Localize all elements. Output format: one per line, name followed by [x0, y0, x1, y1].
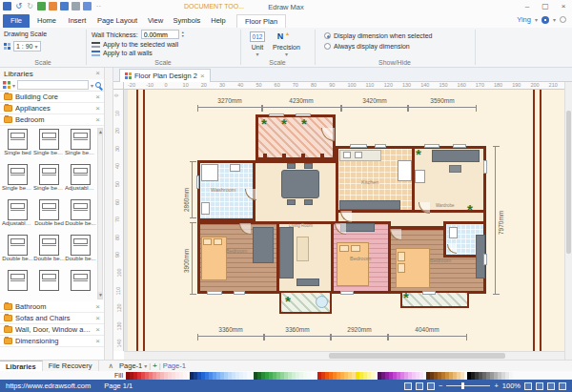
- window-shape[interactable]: [269, 113, 284, 116]
- horizontal-scrollbar[interactable]: [124, 351, 564, 360]
- stove[interactable]: [398, 160, 412, 181]
- dimension-label[interactable]: 3590mm: [426, 97, 459, 104]
- dimension-label[interactable]: 3360mm: [281, 326, 314, 333]
- palette-swatch[interactable]: [311, 372, 315, 380]
- vertical-scrollbar[interactable]: [564, 82, 572, 360]
- library-shape[interactable]: Single bed 3: [65, 128, 96, 163]
- desk-chair[interactable]: [449, 165, 461, 173]
- dimension-line[interactable]: [495, 146, 496, 295]
- library-shape[interactable]: [33, 269, 65, 301]
- tab-libraries[interactable]: Libraries: [0, 361, 43, 372]
- minimize-button[interactable]: –: [522, 2, 532, 10]
- chair[interactable]: [287, 199, 296, 205]
- close-icon[interactable]: ×: [200, 72, 205, 80]
- close-icon[interactable]: ×: [95, 315, 100, 322]
- library-shape[interactable]: Single bed: [2, 128, 33, 163]
- overview-icon[interactable]: [536, 382, 543, 390]
- shape-grid-scrollbar[interactable]: ▲▼: [97, 128, 103, 299]
- close-icon[interactable]: ×: [95, 70, 100, 77]
- collapse-icon[interactable]: ∧: [109, 361, 114, 370]
- library-picker-icon[interactable]: [3, 81, 10, 89]
- wall-thickness-stepper[interactable]: ▴▾: [182, 31, 184, 38]
- zoom-in-button[interactable]: +: [494, 382, 498, 390]
- library-shape[interactable]: Adjustable ...: [2, 198, 33, 234]
- plant-icon[interactable]: [261, 120, 267, 128]
- dimension-line[interactable]: [192, 222, 193, 295]
- dimension-label[interactable]: 3900mm: [183, 249, 190, 273]
- close-icon[interactable]: ×: [95, 105, 100, 113]
- feedback-icon[interactable]: [560, 16, 566, 23]
- dimension-label[interactable]: 4230mm: [285, 97, 317, 104]
- menu-home[interactable]: Home: [31, 14, 62, 28]
- dimension-label[interactable]: 3420mm: [358, 97, 391, 104]
- close-icon[interactable]: ×: [95, 338, 100, 345]
- menu-symbols[interactable]: Symbols: [169, 14, 205, 28]
- close-icon[interactable]: ×: [95, 303, 100, 311]
- dimension-label[interactable]: 2920mm: [343, 326, 376, 333]
- library-search-input[interactable]: [17, 80, 89, 90]
- menu-file[interactable]: File: [3, 14, 30, 28]
- close-button[interactable]: ×: [559, 2, 568, 10]
- dimension-line[interactable]: [408, 107, 477, 108]
- plant-icon[interactable]: [403, 294, 409, 301]
- dimension-label[interactable]: 3360mm: [214, 326, 247, 333]
- plant-icon[interactable]: [301, 120, 307, 128]
- library-category-appliances[interactable]: Appliances ×: [0, 103, 104, 114]
- library-shape[interactable]: Double bed: [33, 198, 65, 234]
- dimension-line[interactable]: [331, 336, 388, 337]
- drawing-scale-select[interactable]: 1 : 90▾: [13, 41, 41, 52]
- toilet[interactable]: [201, 202, 210, 215]
- library-shape[interactable]: [2, 269, 33, 301]
- library-shape[interactable]: Single bed 5: [33, 163, 65, 198]
- apply-all-walls[interactable]: Apply to all walls: [103, 50, 153, 56]
- dimension-line[interactable]: [197, 107, 262, 108]
- coffee-table[interactable]: [296, 237, 309, 261]
- library-category-wall-door-window[interactable]: Wall, Door, Window and Structure ×: [0, 324, 104, 336]
- kitchen-sink[interactable]: [343, 152, 351, 158]
- wardrobe-cabinet[interactable]: [253, 227, 274, 263]
- dimension-line[interactable]: [388, 336, 467, 337]
- dimension-line[interactable]: [262, 107, 341, 108]
- user-account[interactable]: Ying: [517, 15, 531, 24]
- drawing-canvas[interactable]: 3270mm 4230mm 3420mm 3590mm 3360mm 3360m…: [124, 90, 564, 351]
- fullscreen-icon[interactable]: [559, 382, 566, 390]
- status-url[interactable]: https://www.edrawsoft.com: [6, 382, 91, 390]
- zoom-slider[interactable]: [446, 385, 490, 386]
- window-shape[interactable]: [234, 291, 245, 295]
- close-icon[interactable]: ×: [95, 116, 100, 124]
- window-shape[interactable]: [196, 175, 199, 189]
- window-shape[interactable]: [483, 160, 487, 174]
- window-shape[interactable]: [207, 291, 222, 295]
- wall-thickness-input[interactable]: [141, 30, 179, 39]
- dimension-line[interactable]: [197, 336, 264, 337]
- window-shape[interactable]: [424, 144, 439, 148]
- dimension-label[interactable]: 7970mm: [498, 211, 504, 235]
- window-shape[interactable]: [483, 254, 487, 265]
- gear-icon[interactable]: [541, 16, 549, 24]
- floor-plan[interactable]: Washroom Kitchen Living Room Bedroom Bed…: [197, 114, 486, 294]
- window-shape[interactable]: [340, 291, 354, 295]
- dimension-label[interactable]: 4040mm: [411, 326, 443, 333]
- menu-view[interactable]: View: [142, 14, 169, 28]
- shower[interactable]: [201, 164, 218, 181]
- window-shape[interactable]: [350, 144, 367, 148]
- sidebar-scrollbar[interactable]: [105, 68, 113, 360]
- chair[interactable]: [287, 163, 296, 169]
- library-category-sofas[interactable]: Sofas and Chairs ×: [0, 313, 104, 324]
- zoom-level[interactable]: 100%: [502, 382, 521, 390]
- fit-window-icon[interactable]: [524, 382, 532, 390]
- menu-insert[interactable]: Insert: [62, 14, 92, 28]
- library-category-building-core[interactable]: Building Core ×: [0, 92, 104, 103]
- kitchen-counter-low[interactable]: [339, 200, 400, 210]
- radio-always-display[interactable]: Always display dimension: [324, 43, 433, 50]
- sofa[interactable]: [279, 227, 294, 279]
- add-page-button[interactable]: +: [153, 361, 156, 370]
- plant-icon[interactable]: [416, 151, 421, 158]
- window-shape[interactable]: [422, 291, 436, 295]
- page-list-dropdown[interactable]: Page-1 ▾: [119, 361, 147, 370]
- kitchen-sink[interactable]: [355, 152, 362, 158]
- chair[interactable]: [304, 163, 313, 169]
- dimension-line[interactable]: [192, 161, 193, 218]
- dimension-label[interactable]: 3270mm: [214, 97, 246, 104]
- chair[interactable]: [304, 199, 313, 205]
